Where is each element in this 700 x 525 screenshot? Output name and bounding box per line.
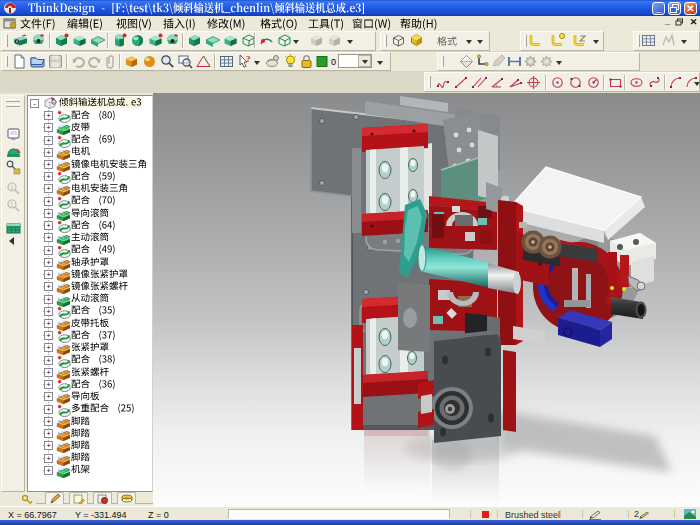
- svg-text:1: 1: [10, 201, 14, 208]
- svg-text:1: 1: [10, 184, 14, 191]
- svg-text:?: ?: [246, 54, 251, 64]
- svg-text:2: 2: [634, 509, 639, 519]
